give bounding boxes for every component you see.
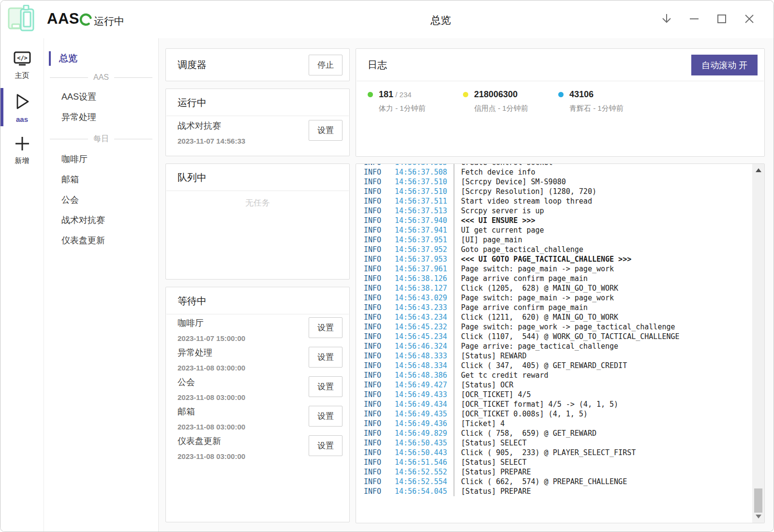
play-icon	[13, 92, 31, 111]
resource-stats: 181 / 234 体力 - 1分钟前 218006300 信用点 - 1分钟前…	[356, 81, 764, 113]
active-indicator	[0, 88, 3, 126]
log-row: INFO 14:56:37.513 Scrcpy server is up	[356, 206, 752, 216]
log-level: INFO	[356, 477, 395, 487]
sidebar-divider-aas: AAS	[50, 73, 152, 82]
sidebar-item[interactable]: 公会	[44, 190, 158, 210]
log-level: INFO	[356, 332, 395, 341]
title-bar: AAS 运行中 总览	[0, 0, 774, 38]
log-timestamp: 14:56:52.554	[395, 477, 454, 487]
log-level: INFO	[356, 206, 395, 216]
log-row: INFO 14:56:45.232 Page switch: page_work…	[356, 322, 752, 332]
log-message: Create control socket	[454, 164, 752, 167]
log-message: <<< UI ENSURE >>>	[454, 216, 752, 225]
log-level: INFO	[356, 419, 395, 429]
log-row: INFO 14:56:51.546 [Status] SELECT	[356, 458, 752, 467]
scrollbar-thumb[interactable]	[754, 488, 762, 513]
log-level: INFO	[356, 187, 395, 196]
sidebar-item[interactable]: 异常处理	[44, 107, 158, 127]
log-panel: INFO 14:56:37.505 Create control socket …	[356, 163, 765, 523]
log-message: Click ( 758, 659) @ GET_REWARD	[454, 429, 752, 438]
log-row: INFO 14:56:37.951 [UI] page_main	[356, 235, 752, 245]
log-level: INFO	[356, 274, 395, 283]
log-timestamp: 14:56:37.940	[395, 216, 454, 225]
log-scrollbar[interactable]	[752, 164, 764, 523]
waiting-settings-button[interactable]: 设置	[309, 376, 342, 397]
log-row: INFO 14:56:49.435 [OCR_TICKET 0.008s] (4…	[356, 409, 752, 419]
app-window: AAS 运行中 总览	[0, 0, 774, 532]
running-spinner-icon	[79, 13, 92, 28]
log-row: INFO 14:56:43.233 Page arrive confirm pa…	[356, 303, 752, 312]
log-level: INFO	[356, 235, 395, 245]
waiting-task-name: 咖啡厅	[178, 317, 245, 329]
log-timestamp: 14:56:37.952	[395, 245, 454, 254]
sidebar-item[interactable]: 咖啡厅	[44, 149, 158, 169]
log-row: INFO 14:56:43.029 Page switch: page_main…	[356, 293, 752, 303]
log-message: [Scrcpy Resolution] (1280, 720)	[454, 187, 752, 196]
waiting-card: 等待中 咖啡厅 2023-11-07 15:00:00 设置 异常处理 2023…	[165, 287, 350, 522]
autoscroll-toggle-button[interactable]: 自动滚动 开	[691, 55, 758, 75]
sidebar-item[interactable]: 邮箱	[44, 169, 158, 190]
resource-stat: 43106 青辉石 - 1分钟前	[558, 89, 654, 113]
waiting-task-time: 2023-11-08 03:00:00	[178, 423, 245, 431]
log-timestamp: 14:56:49.436	[395, 419, 454, 429]
minimize-icon[interactable]	[687, 12, 701, 26]
log-row: INFO 14:56:46.324 Page arrive: page_tact…	[356, 341, 752, 351]
log-message: [Status] PREPARE	[454, 487, 752, 496]
nav-item-add[interactable]: 新增	[0, 130, 44, 169]
scrollbar-up-arrow-icon[interactable]	[752, 165, 764, 176]
nav-item-aas[interactable]: aas	[0, 87, 44, 127]
close-icon[interactable]	[743, 12, 756, 26]
log-timestamp: 14:56:37.951	[395, 235, 454, 245]
log-level: INFO	[356, 361, 395, 370]
stop-button[interactable]: 停止	[309, 55, 342, 75]
log-level: INFO	[356, 322, 395, 332]
log-message: Click (1205, 628) @ MAIN_GO_TO_WORK	[454, 283, 752, 293]
sidebar-item[interactable]: 仪表盘更新	[44, 230, 158, 251]
maximize-icon[interactable]	[715, 12, 729, 26]
log-level: INFO	[356, 448, 395, 458]
download-icon[interactable]	[660, 12, 673, 26]
log-message: [OCR_TICKET 0.008s] (4, 1, 5)	[454, 409, 752, 419]
log-row: INFO 14:56:49.434 [OCR_TICKET format] 4/…	[356, 399, 752, 409]
log-level: INFO	[356, 245, 395, 254]
resource-stat: 218006300 信用点 - 1分钟前	[463, 89, 558, 113]
log-level: INFO	[356, 303, 395, 312]
log-row: INFO 14:56:37.953 <<< UI GOTO PAGE_TACTI…	[356, 254, 752, 264]
log-row: INFO 14:56:38.126 Page arrive confirm pa…	[356, 274, 752, 283]
log-message: Page switch: page_main -> page_work	[454, 293, 752, 303]
sidebar-group-daily: 咖啡厅邮箱公会战术对抗赛仪表盘更新	[44, 149, 158, 251]
waiting-task-row: 邮箱 2023-11-08 03:00:00 设置	[166, 403, 349, 432]
waiting-settings-button[interactable]: 设置	[309, 347, 342, 368]
log-row: INFO 14:56:49.427 [Status] OCR	[356, 380, 752, 390]
stat-dot-icon	[463, 92, 468, 97]
log-level: INFO	[356, 177, 395, 187]
log-message: UI get current page	[454, 225, 752, 235]
log-scroll-area[interactable]: INFO 14:56:37.505 Create control socket …	[356, 164, 752, 523]
waiting-settings-button[interactable]: 设置	[309, 406, 342, 427]
log-row: INFO 14:56:37.940 <<< UI ENSURE >>>	[356, 216, 752, 225]
log-timestamp: 14:56:37.510	[395, 177, 454, 187]
sidebar-divider-daily: 每日	[50, 134, 152, 144]
waiting-settings-button[interactable]: 设置	[309, 317, 342, 338]
nav-item-home[interactable]: </> 主页	[0, 46, 44, 84]
log-level: INFO	[356, 167, 395, 177]
log-timestamp: 14:56:49.434	[395, 399, 454, 409]
log-timestamp: 14:56:37.941	[395, 225, 454, 235]
log-level: INFO	[356, 458, 395, 467]
log-message: [Status] PREPARE	[454, 467, 752, 477]
scrollbar-down-arrow-icon[interactable]	[752, 511, 764, 522]
stat-dot-icon	[368, 92, 373, 97]
log-level: INFO	[356, 409, 395, 419]
app-name: AAS	[47, 10, 79, 28]
log-row: INFO 14:56:48.334 Click ( 347, 405) @ GE…	[356, 361, 752, 370]
sidebar-item[interactable]: 战术对抗赛	[44, 210, 158, 230]
log-message: [Ticket] 4	[454, 419, 752, 429]
running-settings-button[interactable]: 设置	[309, 120, 342, 141]
sidebar-item[interactable]: AAS设置	[44, 87, 158, 107]
log-level: INFO	[356, 399, 395, 409]
sidebar-item-overview[interactable]: 总览	[44, 51, 158, 66]
log-timestamp: 14:56:50.443	[395, 448, 454, 458]
waiting-settings-button[interactable]: 设置	[309, 435, 342, 456]
log-timestamp: 14:56:37.961	[395, 264, 454, 274]
log-level: INFO	[356, 487, 395, 496]
